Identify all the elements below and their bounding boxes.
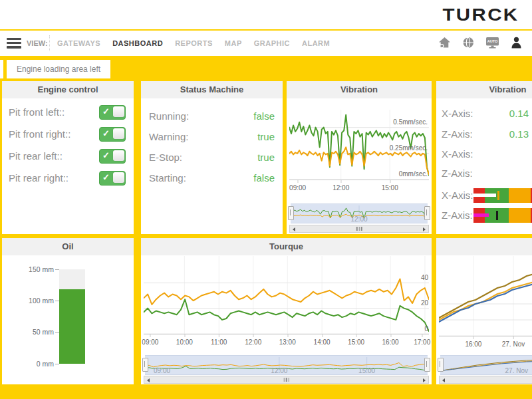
scroll-right-icon[interactable] (420, 225, 428, 232)
gauge-row-label: Z-Axis: (442, 209, 473, 221)
oil-tick-label: 50 mm (15, 328, 54, 336)
x-axis-labels: 09:00 12:00 15:00 (289, 184, 429, 192)
x-tick-label: 12:00 (245, 338, 261, 346)
nav-item-alarm[interactable]: ALARM (302, 39, 330, 47)
menu-icon[interactable] (7, 38, 21, 49)
panel-vibration-chart: Vibration 0.5mm/sec. 0.25mm/sec. 0mm/sec… (287, 81, 432, 234)
nav-item-graphic[interactable]: GRAPHIC (254, 39, 290, 47)
toggle-pit-front-left[interactable]: ✓ (99, 105, 126, 120)
x-tick-label: 11:00 (211, 338, 227, 346)
view-label: VIEW: (27, 39, 48, 47)
scrollbar-grip[interactable] (283, 378, 289, 382)
panel-title: Tourque (141, 238, 432, 255)
panel-status-machine: Status Machine Running: false Warning: t… (141, 81, 283, 234)
toggle-knob (113, 172, 124, 183)
navigator-handle-left[interactable] (288, 206, 294, 220)
x-tick-label: 15:00 (348, 338, 364, 346)
status-row-label: Warning: (149, 131, 188, 142)
navigator-label: 09:00 (154, 367, 170, 374)
y-axis-label: 0.25mm/sec. (390, 144, 428, 152)
x-axis-line (144, 334, 429, 334)
panel-title: Vibration (287, 81, 432, 98)
chart-navigator[interactable]: 12:00 (291, 203, 428, 223)
x-tick-label: 16:00 (382, 338, 399, 346)
nav-bar: VIEW: GATEWAYS DASHBOARD REPORTS MAP GRA… (0, 31, 532, 56)
navigator-label: 27. Nov (505, 367, 528, 374)
nav-icons: AUTO (438, 36, 523, 49)
panel-tourque: Tourque 40 20 0 09:00 10:00 11:00 12:00 … (141, 238, 432, 384)
auto-display-icon[interactable]: AUTO (485, 36, 500, 49)
globe-icon[interactable] (462, 36, 475, 49)
daily-chart (439, 256, 532, 336)
toggle-pit-rear-right[interactable]: ✓ (99, 171, 126, 186)
x-tick-label: 12:00 (332, 184, 349, 192)
panel-vibration-values: Vibration X-Axis: 0.14 Z-Axis: 0.13 X-Ax… (436, 81, 532, 234)
engine-row-label: Pit rear left:: (9, 150, 63, 162)
x-tick-label: 17:00 (414, 338, 430, 346)
top-bar: TURCK (0, 0, 532, 29)
nav-item-map[interactable]: MAP (225, 39, 242, 47)
check-icon: ✓ (102, 150, 110, 160)
navigator-label: 12:00 (271, 367, 287, 374)
scrollbar[interactable] (439, 376, 532, 384)
panel-title: Engine control (2, 81, 134, 98)
status-row-value: false (253, 110, 275, 122)
main-menu: GATEWAYS DASHBOARD REPORTS MAP GRAPHIC A… (57, 39, 330, 47)
scroll-right-icon[interactable] (420, 376, 428, 383)
panel-title: Oil (2, 238, 134, 255)
y-axis-label: 0.5mm/sec. (393, 118, 428, 126)
x-tick-label: 27. Nov (502, 340, 525, 348)
panel-title: Vibration (436, 81, 532, 98)
nav-separator (49, 35, 50, 51)
toggle-knob (113, 150, 124, 161)
x-axis-labels: 16:00 27. Nov (439, 340, 532, 348)
x-axis-gauge (473, 188, 532, 203)
status-row-value: true (257, 131, 275, 142)
chart-navigator[interactable]: 27. Nov (440, 355, 532, 375)
check-icon: ✓ (102, 172, 110, 182)
scroll-left-icon[interactable] (290, 225, 298, 232)
status-row-value: false (253, 172, 275, 184)
toggle-pit-front-right[interactable]: ✓ (99, 127, 126, 142)
status-row-label: E-Stop: (149, 152, 182, 163)
gauge-row-label: X-Axis: (442, 190, 473, 201)
nav-item-gateways[interactable]: GATEWAYS (57, 39, 100, 47)
toggle-knob (113, 128, 124, 139)
axis-row-value: 0.14 (436, 108, 529, 119)
toggle-pit-rear-left[interactable]: ✓ (99, 149, 126, 164)
panel-title: Status Machine (141, 81, 283, 98)
scroll-left-icon[interactable] (440, 376, 448, 383)
y-axis-label: 0mm/sec. (399, 170, 428, 178)
chart-navigator[interactable]: 09:00 12:00 15:00 (145, 355, 428, 375)
navigator-label: 15:00 (358, 367, 375, 374)
x-axis-labels: 09:00 10:00 11:00 12:00 13:00 14:00 15:0… (144, 338, 429, 346)
nav-item-reports[interactable]: REPORTS (175, 39, 213, 47)
y-axis-label: 20 (421, 299, 428, 307)
axis-row-value: 0.13 (436, 128, 529, 140)
tab-engine-loading-area-left[interactable]: Engine loading area left (7, 60, 110, 78)
tourque-chart (144, 256, 429, 334)
navigator-handle-right[interactable] (424, 358, 430, 372)
navigator-handle-right[interactable] (424, 206, 430, 220)
user-icon[interactable] (510, 36, 523, 49)
panel-oil: Oil 150 mm 100 mm 50 mm 0 mm (2, 238, 134, 384)
oil-fill (59, 289, 85, 364)
tab-sliver[interactable] (0, 60, 3, 78)
scrollbar[interactable] (289, 225, 429, 233)
x-tick-label: 14:00 (314, 338, 331, 346)
home-icon[interactable] (438, 36, 452, 49)
scrollbar[interactable] (144, 376, 429, 384)
turck-logo: TURCK (442, 5, 519, 25)
navigator-handle-left[interactable] (438, 358, 444, 372)
x-axis-line (439, 336, 532, 336)
scrollbar-grip[interactable] (356, 227, 362, 231)
engine-row-label: Pit front right:: (9, 128, 70, 140)
navigator-handle-left[interactable] (142, 358, 148, 372)
scroll-left-icon[interactable] (144, 376, 152, 383)
axis-row-label: Z-Axis: (442, 168, 473, 179)
x-tick-label: 10:00 (176, 338, 193, 346)
oil-tick-label: 0 mm (15, 360, 54, 368)
status-row-label: Running: (149, 110, 189, 122)
nav-item-dashboard[interactable]: DASHBOARD (112, 39, 163, 47)
x-tick-label: 13:00 (279, 338, 296, 346)
